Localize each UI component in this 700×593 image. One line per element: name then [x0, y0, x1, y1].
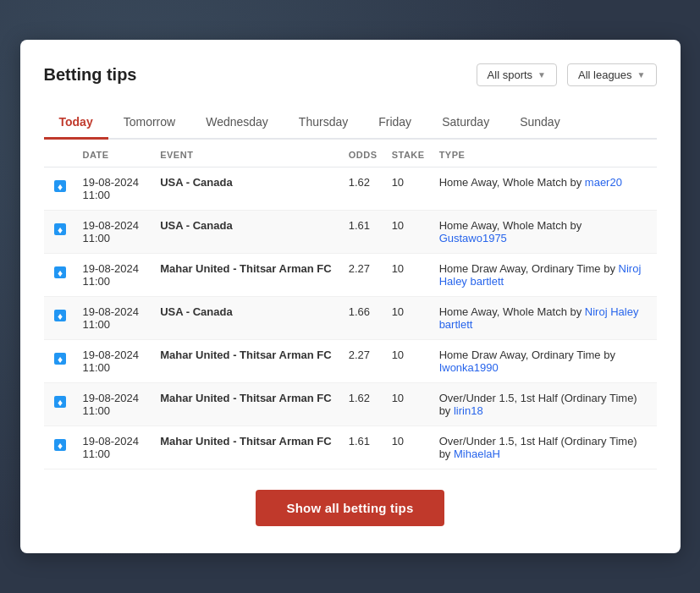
col-event: EVENT [153, 140, 342, 167]
table-row: ♦ 19-08-202411:00USA - Canada1.6110Home … [44, 211, 657, 254]
bet-icon-cell: ♦ [44, 426, 76, 469]
col-odds: ODDS [342, 140, 385, 167]
betting-tips-card: Betting tips All sports ▼ All leagues ▼ … [20, 40, 681, 553]
cell-event: Mahar United - Thitsar Arman FC [153, 383, 342, 426]
card-header: Betting tips All sports ▼ All leagues ▼ [44, 63, 657, 86]
col-type: TYPE [433, 140, 657, 167]
svg-text:♦: ♦ [57, 310, 62, 322]
cell-date: 19-08-202411:00 [76, 297, 154, 340]
cell-type: Over/Under 1.5, 1st Half (Ordinary Time)… [433, 383, 657, 426]
type-text: Home Draw Away, Ordinary Time by [439, 349, 615, 361]
all-leagues-label: All leagues [578, 69, 632, 81]
cell-stake: 10 [385, 297, 433, 340]
type-text: Home Away, Whole Match by [439, 176, 585, 189]
cell-date: 19-08-202411:00 [76, 211, 154, 254]
svg-text:♦: ♦ [57, 440, 62, 452]
leagues-arrow-icon: ▼ [637, 70, 646, 80]
tab-friday[interactable]: Friday [363, 107, 427, 140]
tips-table: DATE EVENT ODDS STAKE TYPE ♦ 19-08-20241… [44, 140, 657, 469]
bet-icon-cell: ♦ [44, 167, 76, 211]
diamond-icon: ♦ [51, 393, 69, 411]
tab-tomorrow[interactable]: Tomorrow [108, 107, 190, 140]
table-row: ♦ 19-08-202411:00USA - Canada1.6210Home … [44, 167, 657, 211]
cell-type: Home Draw Away, Ordinary Time by Iwonka1… [433, 340, 657, 383]
cell-event: Mahar United - Thitsar Arman FC [153, 426, 342, 469]
col-date: DATE [76, 140, 154, 167]
cell-odds: 1.62 [342, 167, 385, 211]
diamond-icon: ♦ [51, 220, 69, 239]
filter-group: All sports ▼ All leagues ▼ [477, 63, 657, 86]
type-user-link[interactable]: lirin18 [454, 404, 483, 417]
all-leagues-filter[interactable]: All leagues ▼ [567, 63, 657, 86]
cell-odds: 1.62 [342, 383, 385, 426]
cell-type: Home Away, Whole Match by maer20 [433, 167, 657, 211]
table-row: ♦ 19-08-202411:00Mahar United - Thitsar … [44, 426, 657, 469]
cell-stake: 10 [385, 167, 433, 211]
bet-icon-cell: ♦ [44, 297, 76, 340]
cell-type: Home Draw Away, Ordinary Time by Niroj H… [433, 254, 657, 297]
tab-today[interactable]: Today [44, 107, 108, 140]
all-sports-label: All sports [488, 69, 532, 81]
diamond-icon: ♦ [51, 263, 69, 282]
diamond-icon: ♦ [51, 349, 69, 368]
all-sports-filter[interactable]: All sports ▼ [477, 63, 557, 86]
col-icon [44, 140, 76, 167]
bet-icon-cell: ♦ [44, 340, 76, 383]
diamond-icon: ♦ [51, 177, 69, 195]
cell-event: Mahar United - Thitsar Arman FC [153, 340, 342, 383]
svg-text:♦: ♦ [57, 397, 62, 409]
tab-sunday[interactable]: Sunday [504, 107, 575, 140]
table-header-row: DATE EVENT ODDS STAKE TYPE [44, 140, 657, 167]
svg-text:♦: ♦ [57, 354, 62, 365]
cell-date: 19-08-202411:00 [76, 426, 154, 469]
table-row: ♦ 19-08-202411:00Mahar United - Thitsar … [44, 340, 657, 383]
cell-event: USA - Canada [153, 167, 342, 211]
diamond-icon: ♦ [51, 436, 69, 454]
cell-stake: 10 [385, 426, 433, 469]
cell-odds: 1.61 [342, 426, 385, 469]
tab-thursday[interactable]: Thursday [284, 107, 363, 140]
cell-odds: 2.27 [342, 340, 385, 383]
tab-saturday[interactable]: Saturday [427, 107, 504, 140]
type-user-link[interactable]: MihaelaH [454, 447, 500, 460]
cell-stake: 10 [385, 254, 433, 297]
bet-icon-cell: ♦ [44, 383, 76, 426]
cell-odds: 1.66 [342, 297, 385, 340]
cell-stake: 10 [385, 383, 433, 426]
cell-stake: 10 [385, 211, 433, 254]
cell-type: Over/Under 1.5, 1st Half (Ordinary Time)… [433, 426, 657, 469]
svg-text:♦: ♦ [57, 181, 62, 193]
cell-event: Mahar United - Thitsar Arman FC [153, 254, 342, 297]
cell-date: 19-08-202411:00 [76, 254, 154, 297]
cell-date: 19-08-202411:00 [76, 340, 154, 383]
col-stake: STAKE [385, 140, 433, 167]
cell-stake: 10 [385, 340, 433, 383]
type-user-link[interactable]: maer20 [585, 176, 622, 189]
page-title: Betting tips [44, 65, 137, 85]
type-user-link[interactable]: Iwonka1990 [439, 361, 499, 374]
cell-odds: 2.27 [342, 254, 385, 297]
cell-type: Home Away, Whole Match by Niroj Haley ba… [433, 297, 657, 340]
type-text: Home Draw Away, Ordinary Time by [439, 262, 619, 275]
tab-wednesday[interactable]: Wednesday [190, 107, 284, 140]
cell-odds: 1.61 [342, 211, 385, 254]
type-user-link[interactable]: Gustawo1975 [439, 232, 507, 244]
table-row: ♦ 19-08-202411:00Mahar United - Thitsar … [44, 254, 657, 297]
bet-icon-cell: ♦ [44, 211, 76, 254]
cell-type: Home Away, Whole Match by Gustawo1975 [433, 211, 657, 254]
svg-text:♦: ♦ [57, 224, 62, 236]
diamond-icon: ♦ [51, 306, 69, 325]
table-row: ♦ 19-08-202411:00Mahar United - Thitsar … [44, 383, 657, 426]
day-tabs: Today Tomorrow Wednesday Thursday Friday… [44, 107, 657, 140]
type-text: Home Away, Whole Match by [439, 305, 585, 318]
table-row: ♦ 19-08-202411:00USA - Canada1.6610Home … [44, 297, 657, 340]
show-all-wrap: Show all betting tips [44, 490, 657, 526]
cell-date: 19-08-202411:00 [76, 167, 154, 211]
cell-event: USA - Canada [153, 211, 342, 254]
bet-icon-cell: ♦ [44, 254, 76, 297]
type-text: Home Away, Whole Match by [439, 219, 582, 232]
svg-text:♦: ♦ [57, 267, 62, 279]
show-all-button[interactable]: Show all betting tips [256, 490, 444, 526]
cell-date: 19-08-202411:00 [76, 383, 154, 426]
cell-event: USA - Canada [153, 297, 342, 340]
